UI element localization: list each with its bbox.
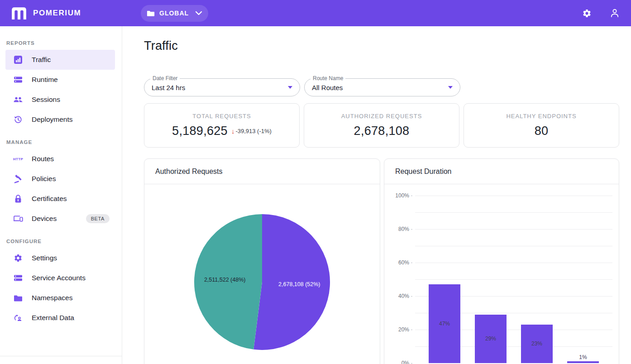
sidebar-item-label: Runtime xyxy=(32,76,58,84)
bar-chart-plot: 47%29%23%1% xyxy=(415,196,612,363)
page-title: Traffic xyxy=(144,39,619,53)
folder-icon xyxy=(13,292,24,303)
sidebar-item-runtime[interactable]: Runtime xyxy=(5,70,115,90)
sidebar-section-configure: CONFIGURE xyxy=(0,234,122,248)
gavel-icon xyxy=(13,173,24,184)
sidebar: REPORTS Traffic Runtime xyxy=(0,26,122,364)
devices-icon xyxy=(13,213,24,224)
sidebar-item-label: Sessions xyxy=(32,96,60,104)
pomerium-logo-icon xyxy=(11,6,27,20)
settings-gear-button[interactable] xyxy=(578,4,596,22)
namespace-selector[interactable]: GLOBAL xyxy=(141,5,208,22)
sidebar-item-certificates[interactable]: Certificates xyxy=(5,189,115,209)
route-name-value: All Routes xyxy=(312,84,343,91)
authorized-requests-pie-card: Authorized Requests 2,678,108 (52%)2,511… xyxy=(144,158,380,364)
bar-value-label: 29% xyxy=(475,335,507,342)
stat-delta-text: -39,913 (-1%) xyxy=(235,128,271,134)
app-header: POMERIUM GLOBAL xyxy=(0,0,631,26)
pie-slice-label: 2,678,108 (52%) xyxy=(278,281,320,287)
stat-value: 5,189,625 xyxy=(172,124,228,138)
gridline xyxy=(415,246,612,246)
stat-card-total-requests: TOTAL REQUESTS 5,189,625 ↓ -39,913 (-1%) xyxy=(144,103,300,148)
date-filter-select[interactable]: Date Filter Last 24 hrs xyxy=(144,78,300,96)
sidebar-item-label: Devices xyxy=(32,215,57,223)
sidebar-item-devices[interactable]: Devices BETA xyxy=(5,209,115,229)
route-name-select[interactable]: Route Name All Routes xyxy=(304,78,460,96)
sidebar-item-traffic[interactable]: Traffic xyxy=(5,50,115,70)
date-filter-label: Date Filter xyxy=(150,75,180,81)
filters-row: Date Filter Last 24 hrs Route Name All R… xyxy=(144,78,619,96)
user-account-button[interactable] xyxy=(606,4,624,22)
stat-label: AUTHORIZED REQUESTS xyxy=(341,113,422,120)
gridline xyxy=(415,263,612,263)
stat-label: HEALTHY ENDPOINTS xyxy=(506,113,576,120)
y-axis-tick: 60% xyxy=(398,259,412,266)
folder-icon xyxy=(147,10,155,17)
stat-value: 2,678,108 xyxy=(354,124,410,138)
lock-icon xyxy=(13,193,24,204)
sidebar-item-namespaces[interactable]: Namespaces xyxy=(5,288,115,308)
people-icon xyxy=(13,94,24,105)
sidebar-item-sessions[interactable]: Sessions xyxy=(5,90,115,110)
sidebar-item-label: External Data xyxy=(32,314,74,322)
arrow-down-icon: ↓ xyxy=(231,127,235,135)
sidebar-section-reports: REPORTS xyxy=(0,36,122,50)
gridline xyxy=(415,196,612,196)
route-name-label: Route Name xyxy=(311,75,345,81)
pie-chart-title: Authorized Requests xyxy=(144,159,380,184)
gear-icon xyxy=(13,253,24,263)
sidebar-item-label: Routes xyxy=(32,155,54,163)
bar-chart-title: Request Duration xyxy=(384,159,619,184)
storage-icon xyxy=(13,74,24,85)
request-duration-bar-chart: 0%20%40%60%80%100% 47%29%23%1% xyxy=(384,184,619,363)
brand: POMERIUM xyxy=(0,6,122,20)
gridline xyxy=(415,212,612,213)
sidebar-item-settings[interactable]: Settings xyxy=(5,248,115,268)
stat-label: TOTAL REQUESTS xyxy=(192,113,251,120)
stats-row: TOTAL REQUESTS 5,189,625 ↓ -39,913 (-1%)… xyxy=(144,103,619,148)
y-axis-tick: 80% xyxy=(398,226,412,232)
bar-chart-y-axis: 0%20%40%60%80%100% xyxy=(384,196,412,363)
pie-slice-label: 2,511,522 (48%) xyxy=(204,277,246,283)
sidebar-item-routes[interactable]: HTTP Routes xyxy=(5,149,115,169)
sidebar-item-external-data[interactable]: External Data xyxy=(5,308,115,328)
gridline xyxy=(415,229,612,230)
charts-row: Authorized Requests 2,678,108 (52%)2,511… xyxy=(144,158,619,364)
brand-name: POMERIUM xyxy=(33,9,81,18)
main-content: Traffic Date Filter Last 24 hrs Route Na… xyxy=(122,26,631,364)
stat-card-healthy-endpoints: HEALTHY ENDPOINTS 80 xyxy=(464,103,619,148)
sidebar-section-manage: MANAGE xyxy=(0,135,122,149)
stat-value: 80 xyxy=(535,124,549,138)
person-icon xyxy=(609,8,620,19)
external-data-icon xyxy=(13,312,24,323)
sidebar-item-label: Traffic xyxy=(32,56,51,64)
gridline xyxy=(415,279,612,280)
history-icon xyxy=(13,114,24,125)
gear-icon xyxy=(582,9,592,18)
sidebar-item-label: Deployments xyxy=(32,115,72,124)
stat-delta: ↓ -39,913 (-1%) xyxy=(231,127,272,135)
sidebar-item-label: Namespaces xyxy=(32,294,72,302)
y-axis-tick: 40% xyxy=(398,293,412,299)
dropdown-arrow-icon xyxy=(288,86,292,89)
authorized-requests-pie-chart: 2,678,108 (52%)2,511,522 (48%) xyxy=(194,214,330,350)
sidebar-item-label: Certificates xyxy=(32,195,67,203)
y-axis-tick: 20% xyxy=(398,326,412,333)
bar-value-label: 23% xyxy=(521,340,553,347)
header-actions xyxy=(578,4,631,22)
beta-badge: BETA xyxy=(86,214,110,223)
bar xyxy=(567,361,599,363)
sidebar-item-label: Policies xyxy=(32,175,56,183)
sidebar-item-label: Service Accounts xyxy=(32,274,86,282)
request-duration-bar-card: Request Duration 0%20%40%60%80%100% 47%2… xyxy=(384,158,619,364)
sidebar-item-service-accounts[interactable]: Service Accounts xyxy=(5,268,115,288)
chevron-down-icon xyxy=(195,11,202,15)
sidebar-item-policies[interactable]: Policies xyxy=(5,169,115,189)
y-axis-tick: 0% xyxy=(402,360,412,364)
bar-value-label: 47% xyxy=(429,321,460,327)
bar-value-label: 1% xyxy=(567,354,599,360)
bar-chart-icon xyxy=(13,54,24,65)
sidebar-item-label: Settings xyxy=(32,254,57,262)
sidebar-item-deployments[interactable]: Deployments xyxy=(5,110,115,129)
date-filter-value: Last 24 hrs xyxy=(152,84,185,91)
